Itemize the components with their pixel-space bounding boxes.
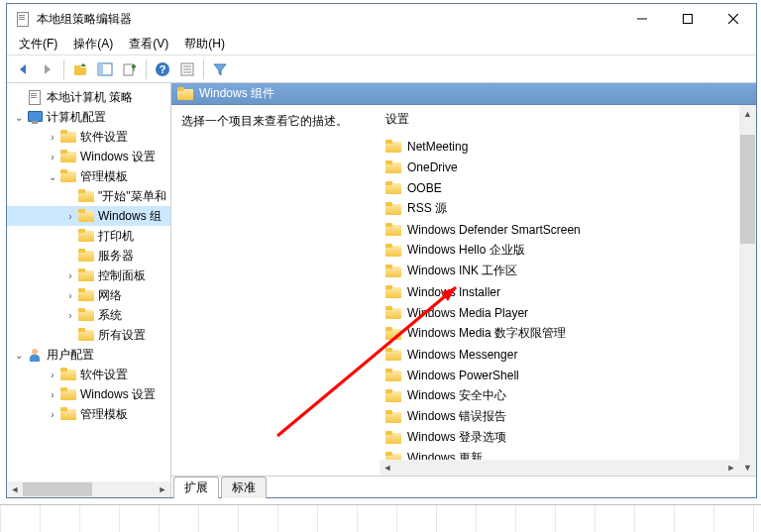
list-item[interactable]: Windows PowerShell	[381, 365, 754, 385]
svg-rect-4	[74, 67, 86, 75]
tab-standard[interactable]: 标准	[221, 477, 267, 498]
menu-help[interactable]: 帮助(H)	[176, 34, 233, 54]
scroll-right-icon[interactable]: ►	[723, 460, 739, 476]
folder-icon	[385, 243, 401, 259]
window-controls	[619, 4, 756, 34]
column-header-setting[interactable]: 设置	[381, 111, 754, 128]
expand-icon[interactable]: ›	[47, 388, 58, 400]
list-item-label: Windows Media Player	[407, 306, 528, 320]
up-button[interactable]	[68, 57, 92, 81]
scrollbar-thumb[interactable]	[23, 482, 92, 496]
menu-action[interactable]: 操作(A)	[65, 34, 121, 54]
folder-icon	[385, 160, 401, 175]
list-item[interactable]: Windows Installer	[381, 281, 754, 302]
list-item[interactable]: Windows 错误报告	[381, 406, 754, 427]
folder-icon	[60, 386, 76, 402]
list-item[interactable]: Windows INK 工作区	[381, 261, 754, 281]
list-item[interactable]: OneDrive	[381, 157, 754, 177]
list-item[interactable]: NetMeeting	[381, 136, 754, 157]
tree-windows-components[interactable]: ›Windows 组	[7, 206, 170, 226]
tree-user-config[interactable]: ⌄用户配置	[7, 345, 170, 365]
tree-computer-config[interactable]: ⌄计算机配置	[7, 107, 170, 127]
expand-icon[interactable]: ›	[47, 131, 58, 143]
list-item[interactable]: Windows Media 数字权限管理	[381, 323, 754, 344]
tab-extended[interactable]: 扩展	[173, 477, 219, 498]
tree-all-settings[interactable]: 所有设置	[7, 325, 170, 345]
tree-printer[interactable]: 打印机	[7, 226, 170, 246]
list-item-label: OneDrive	[407, 160, 458, 174]
svg-rect-7	[98, 63, 103, 75]
collapse-icon[interactable]: ⌄	[47, 170, 58, 182]
tree-start-menu[interactable]: "开始"菜单和	[7, 186, 170, 206]
titlebar[interactable]: 本地组策略编辑器	[7, 4, 756, 34]
scroll-down-icon[interactable]: ▼	[739, 459, 756, 476]
list-item[interactable]: Windows Defender SmartScreen	[381, 219, 754, 240]
vertical-scrollbar[interactable]: ▲ ▼	[739, 105, 756, 476]
list-item[interactable]: Windows 安全中心	[381, 385, 754, 406]
properties-button[interactable]	[175, 57, 199, 81]
scrollbar-thumb[interactable]	[740, 135, 755, 244]
collapse-icon[interactable]: ⌄	[13, 111, 25, 123]
list-item-label: Windows 安全中心	[407, 387, 506, 404]
folder-icon	[385, 284, 401, 300]
help-button[interactable]: ?	[151, 57, 174, 81]
list-item-label: Windows 错误报告	[407, 408, 506, 425]
list-item-label: Windows 登录选项	[407, 429, 506, 446]
content-area: 本地计算机 策略 ⌄计算机配置 ›软件设置 ›Windows 设置 ⌄管理模板 …	[7, 83, 756, 497]
tree-admin-templates[interactable]: ⌄管理模板	[7, 166, 170, 186]
collapse-icon[interactable]: ⌄	[13, 349, 25, 361]
close-button[interactable]	[710, 4, 756, 34]
expand-icon[interactable]: ›	[47, 151, 58, 162]
tree-user-admin[interactable]: ›管理模板	[7, 404, 170, 424]
maximize-button[interactable]	[665, 4, 710, 34]
tree-root[interactable]: 本地计算机 策略	[7, 87, 170, 107]
scroll-right-icon[interactable]: ►	[155, 481, 170, 497]
list-item[interactable]: Windows Hello 企业版	[381, 240, 754, 261]
folder-icon	[60, 367, 76, 382]
show-hide-tree-button[interactable]	[93, 57, 117, 81]
scroll-left-icon[interactable]: ◄	[380, 460, 395, 476]
back-button[interactable]	[11, 57, 35, 81]
tree-panel[interactable]: 本地计算机 策略 ⌄计算机配置 ›软件设置 ›Windows 设置 ⌄管理模板 …	[7, 83, 171, 497]
expand-icon[interactable]: ›	[64, 269, 76, 281]
tree-system[interactable]: ›系统	[7, 305, 170, 325]
minimize-button[interactable]	[619, 4, 665, 34]
tree-user-windows[interactable]: ›Windows 设置	[7, 384, 170, 404]
scroll-up-icon[interactable]: ▲	[739, 105, 756, 122]
folder-icon	[385, 222, 401, 238]
svg-rect-8	[124, 64, 133, 75]
list-item[interactable]: RSS 源	[381, 198, 754, 219]
export-button[interactable]	[118, 57, 142, 81]
menu-file[interactable]: 文件(F)	[11, 34, 65, 54]
settings-list[interactable]: 设置 NetMeetingOneDriveOOBERSS 源Windows De…	[380, 105, 756, 476]
window-title: 本地组策略编辑器	[37, 11, 619, 28]
forward-button[interactable]	[36, 57, 59, 81]
expand-icon[interactable]: ›	[64, 289, 76, 301]
tree-server[interactable]: 服务器	[7, 246, 170, 266]
expand-icon[interactable]: ›	[64, 309, 76, 321]
list-item[interactable]: OOBE	[381, 177, 754, 198]
scroll-left-icon[interactable]: ◄	[7, 481, 23, 497]
svg-rect-1	[684, 15, 693, 24]
list-item-label: RSS 源	[407, 200, 447, 217]
expand-icon[interactable]: ›	[47, 369, 58, 380]
list-horizontal-scrollbar[interactable]: ◄ ►	[380, 460, 739, 476]
folder-icon	[78, 188, 94, 204]
expand-icon[interactable]: ›	[47, 408, 58, 420]
folder-icon	[385, 180, 401, 196]
tree-horizontal-scrollbar[interactable]: ◄ ►	[7, 481, 170, 497]
tree-network[interactable]: ›网络	[7, 285, 170, 305]
list-item[interactable]: Windows Media Player	[381, 302, 754, 323]
list-item[interactable]: Windows Messenger	[381, 344, 754, 365]
filter-button[interactable]	[208, 57, 232, 81]
toolbar: ?	[7, 55, 756, 83]
list-item-label: Windows Hello 企业版	[407, 242, 525, 259]
list-item[interactable]: Windows 登录选项	[381, 427, 754, 448]
tree-user-software[interactable]: ›软件设置	[7, 365, 170, 384]
tree-control-panel[interactable]: ›控制面板	[7, 266, 170, 285]
expand-icon[interactable]: ›	[64, 210, 76, 222]
tree-software-settings[interactable]: ›软件设置	[7, 127, 170, 147]
menu-view[interactable]: 查看(V)	[121, 34, 176, 54]
tree-windows-settings[interactable]: ›Windows 设置	[7, 147, 170, 166]
folder-icon	[385, 139, 401, 155]
